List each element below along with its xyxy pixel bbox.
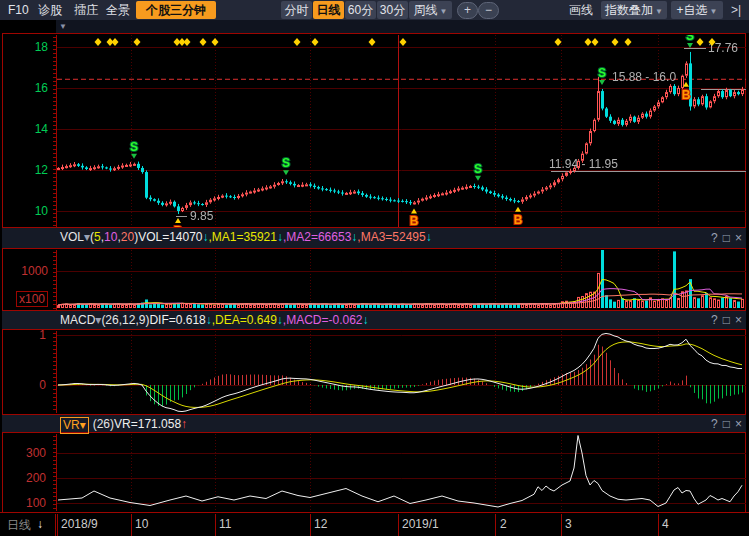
macd-axis-label: 1: [0, 328, 46, 342]
tab-stock-3min[interactable]: 个股三分钟: [136, 1, 216, 19]
month-separator: [561, 514, 562, 536]
macd-chart[interactable]: [50, 331, 746, 413]
price-axis-label: 10: [0, 204, 48, 218]
month-separator: [398, 514, 399, 536]
vol-axis-label: 1000: [0, 264, 48, 278]
x-axis: 日线 ↓ 2018/91011122019/1234: [0, 512, 749, 536]
vol-header-segment-16: ↓: [426, 228, 432, 247]
top-toolbar: F10 诊股 擂庄 全景 个股三分钟 分时 日线 60分 30分 周线▼ + −…: [0, 0, 749, 20]
price-axis-label: 14: [0, 122, 48, 136]
vol-header-segment-7: 20: [121, 228, 134, 247]
month-label: 3: [565, 517, 572, 531]
month-label: 2018/9: [61, 517, 98, 531]
price-axis-label: 18: [0, 40, 48, 54]
month-separator: [131, 514, 132, 536]
month-separator: [57, 514, 58, 536]
macd-header-segment-8: ↓: [363, 311, 369, 330]
macd-header-segment-3: DIF=0.618: [149, 311, 205, 330]
collapse-panel-icon[interactable]: >|: [731, 0, 741, 20]
vr-header-segment-1: (26): [93, 415, 114, 434]
tab-zhengu[interactable]: 诊股: [38, 0, 62, 20]
vr-axis-label: 100: [0, 496, 46, 510]
vol-header-segment-5: 10: [104, 228, 117, 247]
vol-header-segment-11: ,MA1=35921: [209, 228, 277, 247]
vol-header-segment-9: VOL=14070: [138, 228, 202, 247]
period-daily[interactable]: 日线: [313, 1, 344, 19]
month-separator: [310, 514, 311, 536]
axis-cell-divider: [55, 514, 56, 536]
draw-line-button[interactable]: 画线: [569, 0, 593, 20]
vol-scale-label: x100: [16, 291, 48, 307]
vr-axis-label: 200: [0, 471, 46, 485]
vr-axis-label: 300: [0, 446, 46, 460]
macd-header-segment-7: ,MACD=-0.062: [283, 311, 363, 330]
symbol-strip: ▼: [0, 20, 749, 33]
chevron-down-icon: ▼: [440, 7, 448, 16]
symbol-selector[interactable]: [0, 20, 56, 33]
maximize-icon[interactable]: □: [723, 417, 730, 431]
vr-chart[interactable]: [50, 434, 746, 511]
symbol-dropdown-caret[interactable]: ▼: [59, 22, 67, 31]
frame-top-border: [2, 33, 746, 34]
month-label: 12: [314, 517, 327, 531]
vol-header-segment-15: ,MA3=52495: [357, 228, 425, 247]
close-icon[interactable]: ×: [735, 231, 742, 245]
macd-header-segment-5: ,DEA=0.649: [212, 311, 277, 330]
macd-axis-label: 0: [0, 378, 46, 392]
chevron-down-icon: ▼: [655, 7, 663, 16]
main-price-chart[interactable]: [50, 35, 746, 227]
month-separator: [658, 514, 659, 536]
vol-header: VOL▾ (5,10,20) VOL=14070 ↓ ,MA1=35921 ↓ …: [2, 227, 746, 249]
period-down-arrow-icon: ↓: [37, 517, 43, 531]
vr-header-segment-2: VR=171.058: [114, 415, 181, 434]
tab-quanjing[interactable]: 全景: [106, 0, 130, 20]
period-fenshi[interactable]: 分时: [281, 1, 312, 19]
tab-f10[interactable]: F10: [8, 0, 29, 20]
vol-header-segment-3: 5: [94, 228, 101, 247]
month-separator: [495, 514, 496, 536]
month-label: 4: [662, 517, 669, 531]
vol-header-segment-13: ,MA2=66653: [283, 228, 351, 247]
help-icon[interactable]: ?: [711, 313, 718, 327]
index-overlay-button[interactable]: 指数叠加▼: [601, 1, 667, 19]
macd-header-segment-0[interactable]: MACD: [60, 311, 95, 330]
vr-header-segment-3: ↑: [181, 415, 187, 434]
price-axis-label: 12: [0, 163, 48, 177]
volume-chart[interactable]: [50, 250, 746, 310]
vr-header-segment-0[interactable]: VR▾: [60, 417, 89, 434]
zoom-in-button[interactable]: +: [457, 2, 478, 19]
trading-terminal: F10 诊股 擂庄 全景 个股三分钟 分时 日线 60分 30分 周线▼ + −…: [0, 0, 749, 536]
macd-header-segment-2: (26,12,9): [101, 311, 149, 330]
period-30min[interactable]: 30分: [377, 1, 408, 19]
help-icon[interactable]: ?: [711, 417, 718, 431]
vol-header-segment-0[interactable]: VOL: [60, 228, 84, 247]
vr-header: VR▾ (26) VR=171.058 ↑ ? □ ×: [2, 414, 746, 433]
month-label: 10: [135, 517, 148, 531]
month-label: 11: [219, 517, 231, 531]
add-watchlist-button[interactable]: +自选▼: [671, 1, 723, 19]
price-axis-label: 16: [0, 81, 48, 95]
period-weekly[interactable]: 周线▼: [409, 1, 452, 19]
tab-leizhuang[interactable]: 擂庄: [74, 0, 98, 20]
month-label: 2: [500, 517, 507, 531]
macd-header: MACD▾ (26,12,9) DIF=0.618 ↓ ,DEA=0.649 ↓…: [2, 310, 746, 330]
month-separator: [215, 514, 216, 536]
period-60min[interactable]: 60分: [345, 1, 376, 19]
zoom-out-button[interactable]: −: [478, 2, 499, 19]
close-icon[interactable]: ×: [735, 417, 742, 431]
chevron-down-icon: ▼: [710, 7, 718, 16]
month-label: 2019/1: [402, 517, 439, 531]
close-icon[interactable]: ×: [735, 313, 742, 327]
maximize-icon[interactable]: □: [723, 231, 730, 245]
maximize-icon[interactable]: □: [723, 313, 730, 327]
period-indicator[interactable]: 日线: [7, 517, 31, 534]
help-icon[interactable]: ?: [711, 231, 718, 245]
